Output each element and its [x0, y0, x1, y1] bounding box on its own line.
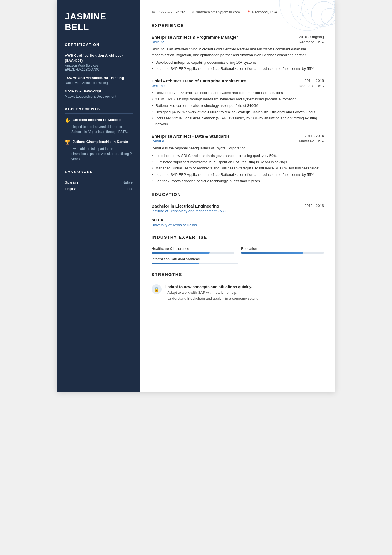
language-name: English: [65, 187, 77, 191]
strengths-section: STRENGTHS 🔒 I adapt to new concepts and …: [152, 272, 324, 302]
education-title: EDUCATION: [152, 192, 324, 197]
experience-item: Enterprise Architect & Programme Manager…: [152, 35, 324, 72]
education-list: Bachelor in Electrical Engineering 2010 …: [152, 204, 324, 227]
svg-point-7: [304, 4, 305, 5]
experience-bullet: >10M OPEX savings through inra-team syne…: [152, 97, 324, 102]
cert-item: TOGAF and Architectural Thinking Nationw…: [65, 75, 133, 85]
industry-single: Information Retrieval Systems: [152, 257, 324, 264]
education-section: EDUCATION Bachelor in Electrical Enginee…: [152, 192, 324, 227]
experience-item: Enterprise Architect - Data & Standards …: [152, 134, 324, 184]
cert-item: AWS Certified Solution Architect - (SAA-…: [65, 53, 133, 71]
experience-bullet: Rationalized corporate-wide technology a…: [152, 103, 324, 109]
strengths-list: 🔒 I adapt to new concepts and situations…: [152, 284, 324, 302]
achievements-section: ACHIEVEMENTS ✋ Enrolled children to Scho…: [65, 107, 133, 161]
progress-bar-fill-single: [152, 263, 199, 264]
achievement-item: 🏆 Jutland Championship in Karate I was a…: [65, 139, 133, 161]
progress-bar-bg-single: [152, 263, 238, 264]
strength-detail: - Understand Blockchain and apply it in …: [165, 296, 259, 302]
cert-issuer: Nationwide Architect Training: [65, 81, 133, 85]
main-content: ☎ +1-923-631-2732 ✉ ramonchipman@gmail.c…: [140, 0, 335, 392]
experience-bullet: Led the Airports adoption of cloud techn…: [152, 178, 324, 184]
experience-list: Enterprise Architect & Programme Manager…: [152, 35, 324, 184]
achievement-title: Enrolled children to Schools: [73, 117, 121, 122]
industry-single-label: Information Retrieval Systems: [152, 257, 324, 261]
svg-point-5: [298, 5, 299, 6]
strength-main: I adapt to new concepts and situations q…: [165, 284, 259, 290]
experience-bullet: Lead the SAP ERP Application Interface R…: [152, 172, 324, 178]
experience-item: Chief Architect, Head of Enterprise Arch…: [152, 78, 324, 127]
industry-grid: Healthcare & Insurance Education: [152, 246, 324, 254]
strength-icon: 🔒: [154, 287, 159, 292]
experience-title-text: Enterprise Architect - Data & Standards: [152, 134, 301, 139]
achievement-desc: I was able to take part in the champions…: [65, 146, 133, 161]
languages-section: LANGUAGES Spanish Native English Fluent: [65, 170, 133, 191]
contact-email: ✉ ramonchipman@gmail.com: [192, 10, 240, 14]
experience-company: Wolf Inc: [152, 40, 165, 44]
cert-item: NodeJS & JavaScript Macy's Leadership & …: [65, 89, 133, 98]
experience-location: Redmond, USA: [299, 84, 324, 88]
cert-name: TOGAF and Architectural Thinking: [65, 75, 133, 80]
experience-location: Mansfield, USA: [299, 139, 324, 143]
industry-label: Healthcare & Insurance: [152, 246, 234, 251]
achievement-list: ✋ Enrolled children to Schools Helped to…: [65, 117, 133, 161]
svg-point-0: [302, 0, 335, 25]
experience-desc: Wolf Inc is an award-winning Microsoft G…: [152, 46, 324, 58]
cert-name: AWS Certified Solution Architect - (SAA-…: [65, 53, 133, 63]
svg-point-12: [308, 13, 309, 14]
certification-section: CERTIFICATION AWS Certified Solution Arc…: [65, 43, 133, 98]
strength-text: I adapt to new concepts and situations q…: [165, 284, 259, 302]
svg-point-9: [300, 12, 301, 13]
experience-date: 2011 - 2014: [305, 134, 324, 138]
experience-bullet: Increased Virtual Local Area Network (VL…: [152, 115, 324, 127]
contact-phone: ☎ +1-923-631-2732: [152, 10, 185, 14]
strengths-title: STRENGTHS: [152, 272, 324, 277]
experience-bullet: Managed Global Team of Architects and Bu…: [152, 166, 324, 171]
candidate-name: JASMINE BELL: [65, 11, 133, 33]
cert-issuer: Amazon Web Services - E9LDDHJK12BQQ7SC: [65, 64, 133, 71]
cert-issuer: Macy's Leadership & Development: [65, 95, 133, 98]
strength-icon-wrap: 🔒: [152, 284, 162, 294]
achievement-desc: Helped to enrol several children to Scho…: [65, 124, 133, 134]
education-degree: M.B.A: [152, 218, 324, 222]
language-name: Spanish: [65, 180, 78, 184]
industry-item: Healthcare & Insurance: [152, 246, 234, 254]
svg-point-8: [307, 9, 308, 10]
experience-date: 2014 - 2016: [305, 78, 324, 83]
achievement-item: ✋ Enrolled children to Schools Helped to…: [65, 117, 133, 134]
education-school: Institute of Technology and Management -…: [152, 209, 324, 213]
svg-point-6: [301, 8, 302, 9]
email-icon: ✉: [192, 10, 194, 14]
industry-label: Education: [241, 246, 324, 251]
achievement-title: Jutland Championship in Karate: [73, 139, 128, 144]
achievement-icon: ✋: [65, 118, 70, 123]
svg-point-10: [302, 15, 304, 16]
svg-point-2: [291, 0, 335, 28]
certification-title: CERTIFICATION: [65, 43, 133, 47]
experience-desc: Renaud is the regional headquarters of T…: [152, 145, 324, 151]
language-list: Spanish Native English Fluent: [65, 180, 133, 191]
experience-bullets: Developed Enterprise capability decommis…: [152, 60, 324, 72]
experience-bullet: Introduced new SDLC and standards govern…: [152, 153, 324, 159]
experience-location: Redmond, USA: [299, 40, 324, 44]
phone-icon: ☎: [152, 10, 156, 14]
experience-bullet: Designed $40M "Network-of-the-Future" to…: [152, 109, 324, 115]
progress-bar-bg: [152, 252, 234, 254]
education-item: Bachelor in Electrical Engineering 2010 …: [152, 204, 324, 213]
certification-list: AWS Certified Solution Architect - (SAA-…: [65, 53, 133, 98]
language-item: English Fluent: [65, 187, 133, 191]
experience-bullet: Delivered over 20 practical, efficient, …: [152, 90, 324, 96]
education-item: M.B.A University of Texas at Dallas: [152, 218, 324, 227]
svg-point-1: [311, 1, 335, 26]
experience-bullet: Eliminated significant mainframe MIPS sp…: [152, 159, 324, 165]
experience-bullets: Delivered over 20 practical, efficient, …: [152, 90, 324, 127]
language-level: Native: [122, 180, 133, 184]
language-level: Fluent: [123, 187, 133, 191]
language-item: Spanish Native: [65, 180, 133, 184]
experience-bullet: Developed Enterprise capability decommis…: [152, 60, 324, 66]
industry-expertise-section: INDUSTRY EXPERTISE Healthcare & Insuranc…: [152, 235, 324, 264]
location-icon: 📍: [247, 10, 251, 14]
industry-single-item: Information Retrieval Systems: [152, 257, 324, 264]
education-date: 2010 - 2016: [305, 204, 324, 208]
education-degree: Bachelor in Electrical Engineering: [152, 204, 305, 208]
progress-bar-fill: [241, 252, 303, 254]
